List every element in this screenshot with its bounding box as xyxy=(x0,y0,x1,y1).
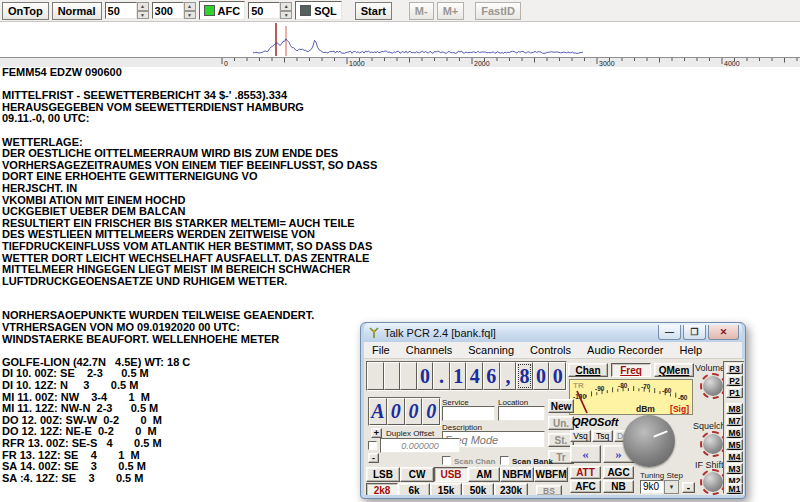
filter-6k-button[interactable]: 6k xyxy=(398,483,430,495)
vsq-button[interactable]: Vsq xyxy=(570,430,591,442)
afc-button[interactable]: AFC xyxy=(570,480,601,493)
freq-digit[interactable]: . xyxy=(433,362,450,390)
menu-file[interactable]: File xyxy=(364,344,398,356)
duplex-offset-input[interactable] xyxy=(380,438,460,453)
duplex-checkbox[interactable] xyxy=(368,441,377,450)
squelch-spinner: ▲ ▼ xyxy=(248,2,292,19)
p2-button[interactable]: P2 xyxy=(726,375,743,386)
tuning-step-dropdown[interactable]: 9k0 ▼ xyxy=(640,480,679,494)
mode-lsb-button[interactable]: LSB xyxy=(366,467,400,482)
m8-button[interactable]: M8 xyxy=(726,403,743,414)
spin-down-icon[interactable]: ▼ xyxy=(184,11,196,20)
nb-button[interactable]: NB xyxy=(603,480,634,493)
m5-button[interactable]: M5 xyxy=(726,439,743,450)
menu-help[interactable]: Help xyxy=(672,344,711,356)
mode-am-button[interactable]: AM xyxy=(468,467,500,482)
freq-digit[interactable]: 0 xyxy=(533,362,550,390)
memory-plus-button[interactable]: M+ xyxy=(437,2,465,20)
spin-up-icon[interactable]: ▲ xyxy=(184,2,196,11)
p3-button[interactable]: P3 xyxy=(726,363,743,374)
freq-digit[interactable]: , xyxy=(500,362,517,390)
duplex-offset-label: Duplex Offset xyxy=(386,429,434,438)
spectrum-display[interactable] xyxy=(0,22,800,57)
service-input[interactable] xyxy=(442,406,495,421)
titlebar[interactable]: Talk PCR 2.4 [bank.fql] — ❐ ✕ xyxy=(364,323,742,342)
sql-toggle[interactable]: SQL xyxy=(295,1,342,20)
filter-15k-button[interactable]: 15k xyxy=(430,483,462,495)
memory-minus-button[interactable]: M- xyxy=(409,2,434,20)
new-button[interactable]: New xyxy=(548,399,574,413)
spin-down-icon[interactable]: ▼ xyxy=(137,11,149,20)
baud-spinner: ▲ ▼ xyxy=(105,2,149,19)
menu-scanning[interactable]: Scanning xyxy=(460,344,522,356)
baud-arrows: ▲ ▼ xyxy=(137,2,149,19)
scan-bank-checkbox[interactable] xyxy=(500,456,509,465)
bs-button[interactable]: BS xyxy=(536,485,562,495)
filter-50k-button[interactable]: 50k xyxy=(462,483,494,495)
squelch-input[interactable] xyxy=(248,2,280,19)
spin-up-icon[interactable]: ▲ xyxy=(137,2,149,11)
freq-digit[interactable]: 0 xyxy=(417,362,434,390)
scan-chan-checkbox[interactable] xyxy=(442,456,451,465)
m3-button[interactable]: M3 xyxy=(726,463,743,474)
m7-button[interactable]: M7 xyxy=(726,415,743,426)
tuning-step-value: 9k0 xyxy=(640,480,664,494)
chan-tab[interactable]: Chan xyxy=(568,363,608,377)
filter-230k-button[interactable]: 230k xyxy=(494,483,528,495)
talk-pcr-window: Talk PCR 2.4 [bank.fql] — ❐ ✕ File Chann… xyxy=(360,322,746,499)
att-button[interactable]: ATT xyxy=(570,466,601,479)
baud-input[interactable] xyxy=(105,2,137,19)
knob-face xyxy=(703,376,723,396)
afc-label: AFC xyxy=(218,5,241,17)
m1-button[interactable]: M1 xyxy=(726,483,743,494)
freq-digit[interactable]: 4 xyxy=(466,362,483,390)
maximize-button[interactable]: ❐ xyxy=(683,325,706,340)
spin-up-icon[interactable]: ▲ xyxy=(280,2,292,11)
minimize-icon: — xyxy=(665,327,674,337)
m4-button[interactable]: M4 xyxy=(726,451,743,462)
tsq-button[interactable]: Tsq xyxy=(592,430,613,442)
mode-button[interactable]: Normal xyxy=(52,2,102,20)
menu-audio-recorder[interactable]: Audio Recorder xyxy=(579,344,671,356)
start-button[interactable]: Start xyxy=(355,2,392,20)
volume-label: Volume xyxy=(695,363,725,373)
menu-channels[interactable]: Channels xyxy=(398,344,460,356)
location-input[interactable] xyxy=(498,406,545,421)
tuning-step-minus-button[interactable]: - xyxy=(682,482,695,493)
p1-button[interactable]: P1 xyxy=(726,387,743,398)
duplex-minus-button[interactable]: - xyxy=(368,453,379,463)
fastid-button[interactable]: FastID xyxy=(475,2,521,20)
mode-nbfm-button[interactable]: NBFM xyxy=(500,467,534,482)
freq-digit[interactable] xyxy=(367,362,384,390)
duplex-plus-button[interactable]: + xyxy=(371,428,382,438)
mode-usb-button[interactable]: USB xyxy=(434,467,468,482)
tuning-knob[interactable] xyxy=(623,415,675,467)
freq-tab[interactable]: Freq xyxy=(611,363,651,377)
m6-button[interactable]: M6 xyxy=(726,427,743,438)
freq-digit[interactable]: 0 xyxy=(549,362,566,390)
mode-wbfm-button[interactable]: WBFM xyxy=(534,467,568,482)
chevron-down-icon[interactable]: ▼ xyxy=(664,480,679,494)
tune-down-button[interactable]: « xyxy=(570,445,601,463)
freq-digit[interactable] xyxy=(400,362,417,390)
freq-digit[interactable] xyxy=(384,362,401,390)
agc-button[interactable]: AGC xyxy=(603,466,634,479)
squelch-arrows: ▲ ▼ xyxy=(280,2,292,19)
freq-digit[interactable]: 1 xyxy=(450,362,467,390)
shift-input[interactable] xyxy=(152,2,184,19)
ontop-button[interactable]: OnTop xyxy=(2,2,49,20)
close-button[interactable]: ✕ xyxy=(708,325,739,340)
freq-digit-focused[interactable]: 8 xyxy=(516,362,533,390)
un-button[interactable]: Un. xyxy=(548,416,574,430)
mode-cw-button[interactable]: CW xyxy=(400,467,434,482)
channel-char: 0 xyxy=(387,398,405,425)
svg-text:4000: 4000 xyxy=(724,60,740,67)
freq-digit[interactable]: 6 xyxy=(483,362,500,390)
menu-controls[interactable]: Controls xyxy=(522,344,579,356)
afc-toggle[interactable]: AFC xyxy=(199,1,246,20)
filter-2k8-button[interactable]: 2k8 xyxy=(366,483,398,495)
spin-down-icon[interactable]: ▼ xyxy=(280,11,292,20)
qmem-tab[interactable]: QMem xyxy=(654,363,694,377)
minimize-button[interactable]: — xyxy=(658,325,681,340)
scan-chan-label: Scan Chan xyxy=(454,457,495,466)
